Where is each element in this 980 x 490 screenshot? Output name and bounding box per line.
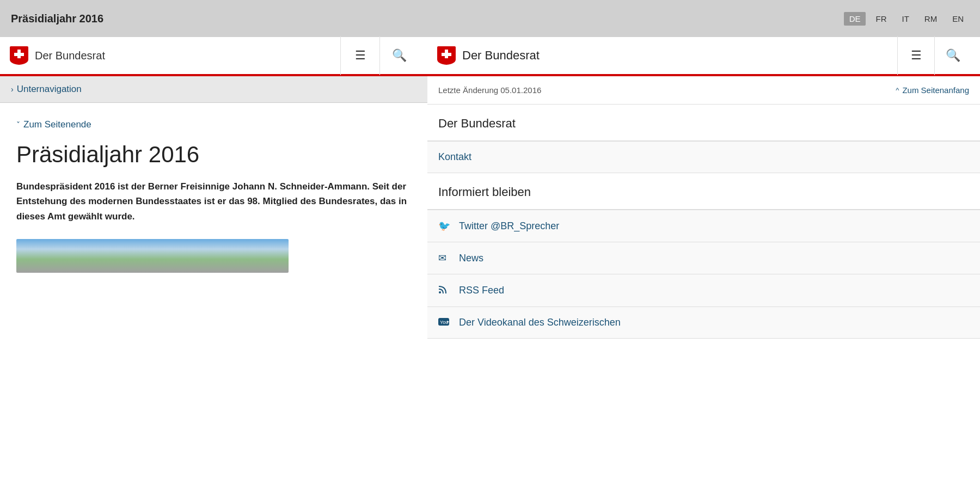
kontakt-link[interactable]: Kontakt <box>427 142 980 173</box>
scroll-to-bottom-link[interactable]: ˅ Zum Seitenende <box>16 119 411 130</box>
email-icon: ✉ <box>438 252 451 264</box>
last-changed-text: Letzte Änderung 05.01.2016 <box>438 85 541 95</box>
svg-text:You: You <box>440 320 448 325</box>
unternavigation-link[interactable]: › Unternavigation <box>11 84 416 95</box>
twitter-label: Twitter @BR_Sprecher <box>459 220 559 232</box>
unternavigation-label: Unternavigation <box>17 84 82 95</box>
right-panel: Der Bundesrat ☰ 🔍 Letzte Änderung 05.01.… <box>427 37 980 490</box>
hamburger-icon: ☰ <box>355 48 366 63</box>
right-hamburger-icon: ☰ <box>911 48 922 63</box>
lang-rm[interactable]: RM <box>919 12 942 26</box>
right-header-actions: ☰ 🔍 <box>897 36 971 75</box>
subnav-bar: › Unternavigation <box>0 76 427 103</box>
scroll-to-bottom-label: Zum Seitenende <box>23 119 91 130</box>
left-panel: Der Bundesrat ☰ 🔍 › Unternavigation ˅ <box>0 37 427 490</box>
youtube-label: Der Videokanal des Schweizerischen <box>459 317 621 328</box>
twitter-link[interactable]: 🐦 Twitter @BR_Sprecher <box>427 210 980 242</box>
kontakt-label: Kontakt <box>438 151 471 163</box>
sidebar-section-informiert: Informiert bleiben <box>427 173 980 210</box>
right-search-button[interactable]: 🔍 <box>934 36 971 75</box>
swiss-shield-icon <box>9 45 29 66</box>
image-bar <box>16 239 289 273</box>
main-layout: Der Bundesrat ☰ 🔍 › Unternavigation ˅ <box>0 37 980 490</box>
chevron-right-icon: › <box>11 85 14 94</box>
right-search-icon: 🔍 <box>946 48 960 63</box>
page-image <box>16 239 289 273</box>
youtube-link[interactable]: You Der Videokanal des Schweizerischen <box>427 307 980 339</box>
svg-rect-1 <box>14 53 24 56</box>
to-top-link[interactable]: ^ Zum Seitenanfang <box>896 85 969 95</box>
sidebar-section-bundesrat: Der Bundesrat <box>427 105 980 141</box>
right-logo: Der Bundesrat <box>436 45 897 66</box>
news-label: News <box>459 253 483 264</box>
twitter-icon: 🐦 <box>438 220 451 232</box>
page-intro: Bundespräsident 2016 ist der Berner Frei… <box>16 179 411 224</box>
chevron-up-icon: ^ <box>896 86 899 94</box>
language-nav: DE FR IT RM EN <box>844 12 969 26</box>
top-bar: Präsidialjahr 2016 DE FR IT RM EN <box>0 0 980 37</box>
right-site-header: Der Bundesrat ☰ 🔍 <box>427 37 980 76</box>
left-site-header: Der Bundesrat ☰ 🔍 <box>0 37 427 76</box>
chevron-down-icon: ˅ <box>16 120 20 129</box>
left-logo: Der Bundesrat <box>9 45 340 66</box>
lang-de[interactable]: DE <box>844 12 866 26</box>
left-menu-button[interactable]: ☰ <box>340 36 379 75</box>
right-site-name: Der Bundesrat <box>462 48 540 63</box>
right-menu-button[interactable]: ☰ <box>897 36 934 75</box>
rss-label: RSS Feed <box>459 285 504 296</box>
left-site-name: Der Bundesrat <box>35 50 105 62</box>
lang-fr[interactable]: FR <box>870 12 892 26</box>
to-top-label: Zum Seitenanfang <box>902 85 969 95</box>
page-title: Präsidialjahr 2016 <box>16 142 411 167</box>
top-bar-title: Präsidialjahr 2016 <box>11 13 844 25</box>
search-icon: 🔍 <box>392 48 407 63</box>
rss-link[interactable]: RSS Feed <box>427 274 980 307</box>
sidebar-content: Der Bundesrat Kontakt Informiert bleiben… <box>427 105 980 490</box>
svg-rect-3 <box>442 53 451 56</box>
lang-it[interactable]: IT <box>896 12 914 26</box>
main-content: ˅ Zum Seitenende Präsidialjahr 2016 Bund… <box>0 103 427 490</box>
lang-en[interactable]: EN <box>947 12 969 26</box>
rss-icon <box>438 284 451 297</box>
news-link[interactable]: ✉ News <box>427 242 980 274</box>
left-search-button[interactable]: 🔍 <box>379 36 419 75</box>
svg-point-4 <box>439 291 441 293</box>
left-header-actions: ☰ 🔍 <box>340 36 419 75</box>
last-changed-bar: Letzte Änderung 05.01.2016 ^ Zum Seitena… <box>427 76 980 105</box>
youtube-icon: You <box>438 317 451 328</box>
right-swiss-shield-icon <box>436 45 457 66</box>
